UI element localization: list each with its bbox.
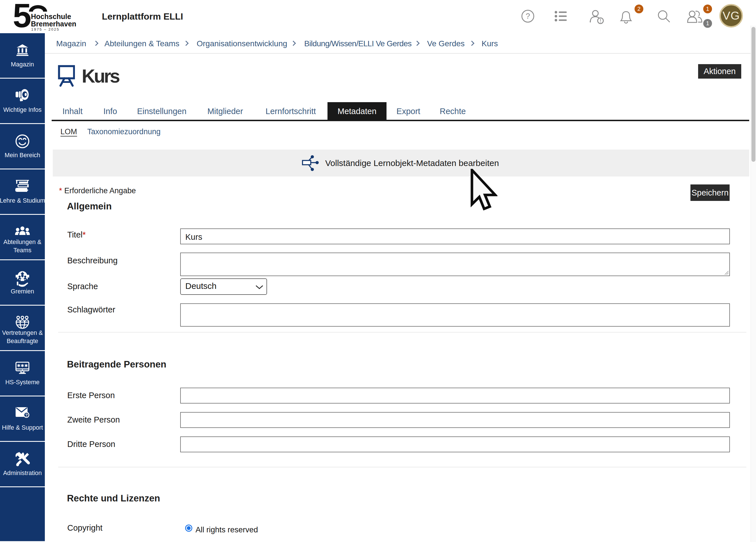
- svg-text:?: ?: [25, 413, 28, 417]
- svg-text:!: !: [600, 18, 601, 24]
- svg-text:?: ?: [526, 12, 530, 20]
